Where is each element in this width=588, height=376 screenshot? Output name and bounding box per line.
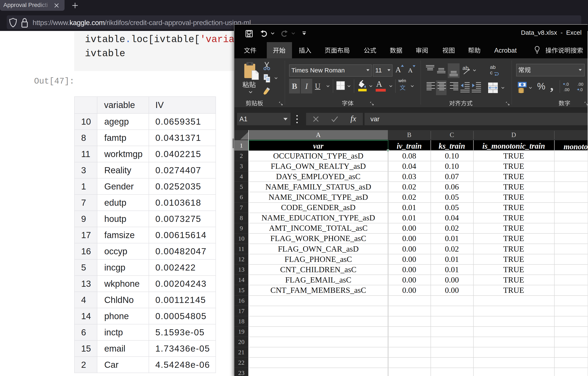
svg-text:ab: ab bbox=[462, 65, 469, 71]
svg-text:c: c bbox=[490, 70, 493, 75]
svg-text:ab: ab bbox=[490, 65, 496, 70]
svg-text:.0: .0 bbox=[579, 87, 583, 92]
svg-text:.00: .00 bbox=[564, 87, 569, 92]
svg-text:.00: .00 bbox=[578, 82, 583, 87]
svg-text:.0: .0 bbox=[565, 82, 569, 87]
